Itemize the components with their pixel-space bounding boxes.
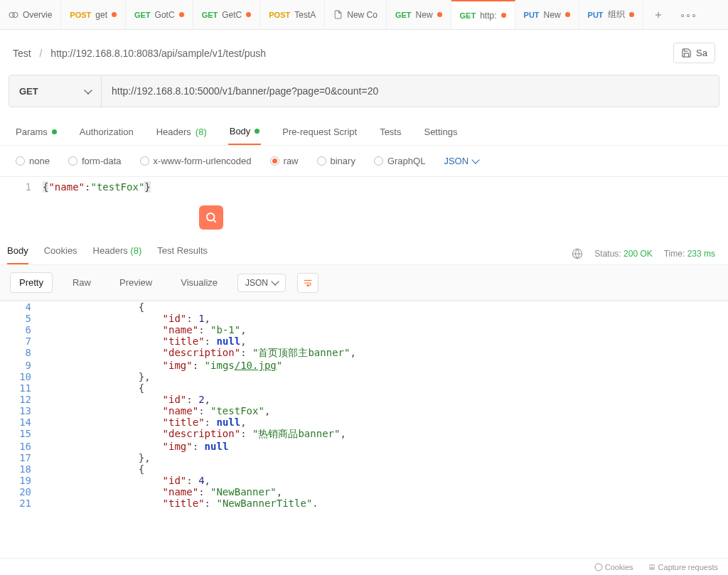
response-tab[interactable]: Body — [7, 242, 28, 264]
body-type-radio[interactable]: GraphQL — [374, 156, 425, 166]
wrap-lines-button[interactable] — [297, 273, 318, 293]
body-type-label: GraphQL — [387, 156, 425, 166]
line-number: 8 — [0, 347, 43, 360]
indicator-dot-icon — [52, 129, 57, 134]
tab[interactable]: GEThttp: — [451, 0, 515, 30]
cookies-link[interactable]: Cookies — [594, 563, 633, 571]
body-format-label: JSON — [444, 156, 469, 166]
body-type-radio[interactable]: none — [16, 156, 50, 166]
line-number: 10 — [0, 371, 43, 382]
tab-method: GET — [395, 11, 412, 19]
save-button[interactable]: Sa — [673, 43, 715, 63]
url-input[interactable] — [102, 75, 719, 107]
body-type-label: x-www-form-urlencoded — [154, 156, 252, 166]
request-tab[interactable]: Tests — [378, 123, 402, 145]
code-line: "description": "首页顶部主banner", — [43, 347, 728, 360]
response-tab[interactable]: Test Results — [157, 242, 208, 264]
request-tab-label: Settings — [424, 127, 457, 137]
breadcrumb-row: Test / http://192.168.8.10:8083/api/samp… — [0, 30, 728, 75]
tab-label: http: — [480, 11, 496, 21]
unsaved-dot-icon — [565, 12, 570, 17]
response-tab-label: Body — [7, 245, 28, 256]
body-type-label: binary — [331, 156, 355, 166]
radio-icon — [317, 156, 326, 166]
view-mode-visualize[interactable]: Visualize — [172, 273, 226, 292]
code-line: { — [43, 382, 728, 394]
tab-overflow-button[interactable]: ∘∘∘ — [673, 9, 703, 20]
tab-label: Overvie — [23, 10, 52, 20]
code-line: "id": 4, — [43, 475, 728, 486]
request-tab-label: Body — [230, 126, 251, 136]
tab[interactable]: POSTget — [61, 0, 126, 30]
tab-method: GET — [202, 11, 218, 19]
unsaved-dot-icon — [437, 12, 442, 17]
tab[interactable]: GETNew — [387, 0, 451, 30]
request-tab-label: Headers — [156, 127, 191, 137]
view-mode-pretty[interactable]: Pretty — [10, 272, 53, 293]
capture-link[interactable]: Capture requests — [648, 563, 718, 571]
request-tab-label: Authorization — [80, 127, 134, 137]
breadcrumb-sep: / — [40, 48, 43, 59]
body-type-label: raw — [284, 156, 299, 166]
line-number: 11 — [0, 382, 43, 394]
body-type-radio[interactable]: form-data — [68, 156, 122, 166]
tab[interactable]: New Co — [325, 0, 387, 30]
response-tab[interactable]: Headers (8) — [93, 242, 142, 264]
response-tab[interactable]: Cookies — [44, 242, 77, 264]
response-format-select[interactable]: JSON — [237, 274, 286, 292]
globe-icon[interactable] — [572, 248, 583, 259]
radio-icon — [270, 156, 279, 166]
request-tab[interactable]: Params — [14, 123, 58, 145]
new-tab-button[interactable] — [643, 10, 673, 20]
tab[interactable]: PUT组织 — [579, 0, 643, 30]
view-mode-preview[interactable]: Preview — [111, 273, 161, 292]
code-line: "name": "b-1", — [43, 324, 728, 335]
line-number: 1 — [0, 181, 43, 193]
line-number: 16 — [0, 441, 43, 452]
search-icon[interactable] — [199, 205, 223, 230]
unsaved-dot-icon — [629, 12, 634, 17]
request-tab-count: (8) — [196, 127, 207, 137]
indicator-dot-icon — [255, 129, 259, 134]
request-tab[interactable]: Authorization — [78, 123, 135, 145]
body-type-radio[interactable]: binary — [317, 156, 355, 166]
status-label: Status: — [594, 249, 621, 259]
chevron-down-icon — [471, 156, 479, 163]
request-body-editor[interactable]: 1 {"name":"testFox"} — [0, 176, 728, 235]
method-select[interactable]: GET — [9, 75, 102, 107]
tab[interactable]: GETGetC — [193, 0, 261, 30]
tab[interactable]: Overvie — [0, 0, 61, 30]
status-code: 200 OK — [623, 249, 653, 259]
svg-point-1 — [13, 12, 18, 17]
body-type-radio[interactable]: raw — [270, 156, 299, 166]
unsaved-dot-icon — [112, 12, 117, 17]
code-line: { — [43, 301, 728, 313]
time-value: 233 ms — [687, 249, 715, 259]
body-format-select[interactable]: JSON — [444, 156, 478, 166]
view-mode-raw[interactable]: Raw — [64, 273, 100, 292]
response-body-editor[interactable]: 4 {5 "id": 1,6 "name": "b-1",7 "title": … — [0, 301, 728, 528]
response-tab-count: (8) — [128, 245, 142, 256]
overview-icon — [9, 10, 18, 20]
breadcrumb-root[interactable]: Test — [13, 48, 31, 59]
line-number: 21 — [0, 498, 43, 509]
request-tab[interactable]: Headers (8) — [155, 123, 208, 145]
code-line: "title": null, — [43, 335, 728, 347]
code-line: "img": "imgs/10.jpg" — [43, 360, 728, 371]
request-body-code[interactable]: {"name":"testFox"} — [43, 181, 728, 193]
request-tab[interactable]: Body — [228, 123, 262, 145]
tab[interactable]: POSTTestA — [260, 0, 325, 30]
line-number: 19 — [0, 475, 43, 486]
tab[interactable]: GETGotC — [126, 0, 193, 30]
request-tab-label: Pre-request Script — [282, 127, 357, 137]
line-number: 12 — [0, 394, 43, 405]
code-line: "name": "NewBanner", — [43, 486, 728, 498]
body-type-radio[interactable]: x-www-form-urlencoded — [140, 156, 252, 166]
tab-method: POST — [269, 11, 290, 19]
response-meta: Status: 200 OK Time: 233 ms — [572, 248, 715, 259]
request-tab[interactable]: Settings — [422, 123, 459, 145]
request-tab[interactable]: Pre-request Script — [281, 123, 358, 145]
response-tab-label: Headers — [93, 245, 128, 256]
radio-icon — [16, 156, 25, 166]
tab[interactable]: PUTNew — [515, 0, 579, 30]
